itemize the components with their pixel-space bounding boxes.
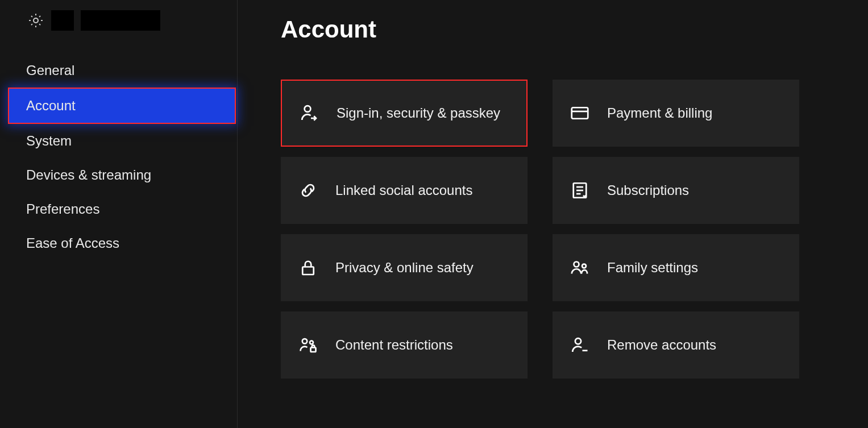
sidebar-item-label: General [26,63,74,78]
tile-subscriptions[interactable]: Subscriptions [553,157,799,224]
tile-label: Family settings [607,259,698,277]
tile-family-settings[interactable]: Family settings [553,234,799,301]
tile-label: Privacy & online safety [335,259,474,277]
svg-point-1 [305,106,311,112]
sidebar-item-general[interactable]: General [0,53,237,88]
svg-rect-2 [572,107,588,119]
svg-point-14 [575,338,581,344]
tile-label: Subscriptions [607,181,689,200]
sidebar-item-label: Ease of Access [26,235,119,251]
gear-icon [27,12,44,29]
sidebar-item-devices-streaming[interactable]: Devices & streaming [0,158,237,192]
svg-point-12 [310,341,313,344]
person-minus-icon [570,335,590,355]
tiles-grid: Sign-in, security & passkey Payment & bi… [281,80,868,379]
link-icon [298,180,318,201]
tile-label: Content restrictions [335,336,453,354]
sidebar-list: General Account System Devices & streami… [0,53,237,260]
tile-label: Sign-in, security & passkey [337,104,500,122]
svg-point-10 [582,264,586,268]
sidebar-item-label: System [26,133,72,148]
redacted-box-small [51,10,74,31]
page-title: Account [281,16,868,43]
svg-point-9 [574,262,579,267]
sidebar-item-label: Account [26,98,76,113]
sidebar-item-label: Preferences [26,201,99,217]
svg-point-0 [34,18,38,23]
svg-rect-13 [311,348,316,352]
lock-icon [298,257,318,278]
tile-payment-billing[interactable]: Payment & billing [553,80,799,147]
sidebar-item-ease-of-access[interactable]: Ease of Access [0,226,237,260]
tile-label: Linked social accounts [335,181,472,200]
main: Account Sign-in, security & passkey Paym… [238,0,868,428]
tile-linked-social-accounts[interactable]: Linked social accounts [281,157,528,224]
people-lock-icon [298,335,318,355]
tile-remove-accounts[interactable]: Remove accounts [553,311,799,379]
redacted-box-large [81,10,160,31]
tile-label: Payment & billing [607,104,712,122]
sidebar-item-account[interactable]: Account [8,88,236,124]
tile-privacy-online-safety[interactable]: Privacy & online safety [281,234,528,301]
tile-signin-security-passkey[interactable]: Sign-in, security & passkey [281,80,528,147]
svg-rect-8 [302,267,314,275]
sidebar: General Account System Devices & streami… [0,0,238,428]
tile-content-restrictions[interactable]: Content restrictions [281,311,528,379]
tile-label: Remove accounts [607,336,716,354]
sidebar-item-system[interactable]: System [0,124,237,158]
person-arrow-icon [299,103,319,123]
sidebar-item-label: Devices & streaming [26,167,151,182]
sidebar-item-preferences[interactable]: Preferences [0,192,237,226]
credit-card-icon [570,103,590,123]
svg-point-11 [302,339,307,343]
sidebar-header [0,10,237,53]
people-icon [570,257,590,278]
document-list-icon [570,180,590,201]
